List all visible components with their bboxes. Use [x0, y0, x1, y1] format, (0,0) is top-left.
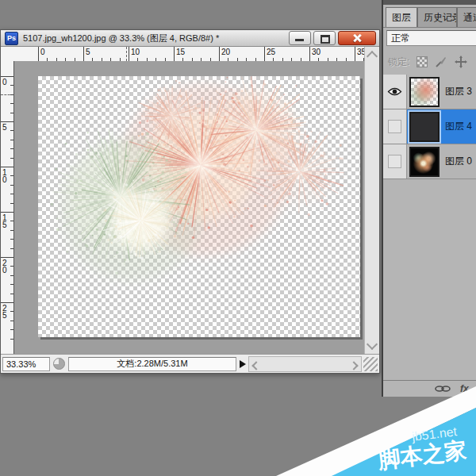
lock-pixels-button[interactable] [435, 56, 447, 68]
ruler-number: 15 [2, 214, 8, 228]
ruler-number: 20 [221, 48, 230, 56]
watermark-name-text: 脚本之家 [376, 438, 468, 474]
top-ruler[interactable]: 05101520253035 [1, 47, 365, 62]
blend-mode-row: 正常 [383, 27, 476, 49]
window-title: 5107.jpg_wh1200.jpg @ 33.3% (图层 4, RGB/8… [23, 33, 286, 44]
ruler-number: 25 [267, 48, 275, 56]
lock-label: 锁定: [388, 56, 409, 69]
layer-name[interactable]: 图层 4 [445, 120, 472, 133]
zoom-level-field[interactable]: 33.33% [2, 357, 50, 371]
link-layers-icon[interactable] [435, 384, 451, 393]
resize-grip[interactable] [363, 357, 378, 371]
fireworks-artwork [38, 76, 360, 337]
minimize-icon [295, 39, 304, 41]
ruler-number: 20 [2, 259, 8, 274]
title-bar[interactable]: Ps 5107.jpg_wh1200.jpg @ 33.3% (图层 4, RG… [1, 30, 379, 47]
layers-panel: 图层 历史记录 通道 正常 锁定: [382, 0, 476, 397]
close-button[interactable] [338, 31, 376, 45]
status-menu-arrow-icon[interactable] [240, 360, 246, 368]
layer-thumbnail[interactable] [409, 112, 440, 142]
horizontal-scrollbar[interactable] [248, 356, 362, 372]
lock-transparency-button[interactable] [416, 56, 428, 67]
layer-row-bottom[interactable]: 图层 0 [383, 144, 476, 179]
scroll-up-icon[interactable] [367, 51, 378, 62]
lock-transparency-icon [416, 56, 428, 67]
ruler-number: 5 [86, 48, 90, 56]
lock-position-button[interactable] [455, 56, 467, 68]
ruler-number: 15 [176, 48, 185, 56]
watermark-site-text: jb51.net [410, 424, 458, 443]
pasteboard[interactable] [14, 61, 365, 354]
layer-row-selected[interactable]: 图层 4 [383, 109, 476, 144]
brush-icon [435, 56, 447, 68]
visibility-toggle[interactable] [383, 75, 407, 109]
document-info: 文档:2.28M/5.31M [68, 357, 236, 371]
cursor-position-marker [126, 47, 127, 61]
scroll-left-icon[interactable] [251, 361, 260, 370]
visibility-toggle[interactable] [383, 144, 407, 178]
version-cue-icon[interactable] [53, 358, 65, 370]
eye-off-icon [388, 120, 401, 133]
ruler-number: 10 [2, 169, 8, 183]
tab-channels[interactable]: 通道 [457, 7, 476, 27]
minimize-button[interactable] [289, 31, 311, 45]
vertical-scrollbar[interactable] [364, 47, 379, 354]
photoshop-app-icon: Ps [5, 32, 18, 45]
ruler-number: 25 [2, 305, 8, 319]
desktop: { "window": { "title": "5107.jpg_wh1200.… [0, 0, 476, 476]
watermark-white-band [276, 386, 476, 476]
canvas-document[interactable] [38, 76, 360, 337]
tab-layers[interactable]: 图层 [386, 7, 417, 27]
panel-tab-row: 图层 历史记录 通道 [383, 5, 476, 28]
tab-history[interactable]: 历史记录 [417, 7, 457, 27]
photoshop-document-window: Ps 5107.jpg_wh1200.jpg @ 33.3% (图层 4, RG… [0, 29, 380, 374]
eye-off-icon [388, 155, 401, 168]
close-icon [352, 33, 362, 43]
visibility-toggle[interactable] [383, 109, 407, 144]
layer-row-top[interactable]: 图层 3 [383, 75, 476, 109]
panel-footer: fx. [383, 380, 476, 397]
ruler-number: 0 [40, 48, 45, 56]
move-icon [455, 56, 467, 68]
ruler-number: 30 [312, 48, 321, 56]
blend-mode-select[interactable]: 正常 [386, 30, 476, 46]
layer-thumbnail[interactable] [409, 77, 440, 107]
layer-style-fx-button[interactable]: fx. [460, 383, 471, 394]
left-ruler[interactable]: 0510152025 [1, 61, 14, 354]
layer-name[interactable]: 图层 3 [445, 85, 472, 98]
scroll-right-icon[interactable] [349, 361, 358, 370]
layer-thumbnail[interactable] [409, 147, 440, 177]
ruler-number: 5 [2, 124, 8, 131]
scroll-down-icon[interactable] [367, 339, 378, 350]
lock-row: 锁定: [383, 49, 476, 75]
watermark-blue-triangle [332, 408, 476, 476]
ruler-number: 0 [2, 79, 8, 86]
ruler-number: 10 [131, 48, 140, 56]
maximize-button[interactable] [313, 31, 336, 45]
eye-icon [387, 86, 402, 97]
layer-name[interactable]: 图层 0 [445, 155, 472, 168]
layer-list: 图层 3 图层 4 图层 0 [383, 75, 476, 381]
maximize-icon [321, 35, 330, 44]
status-bar: 33.33% 文档:2.28M/5.31M [1, 354, 379, 373]
